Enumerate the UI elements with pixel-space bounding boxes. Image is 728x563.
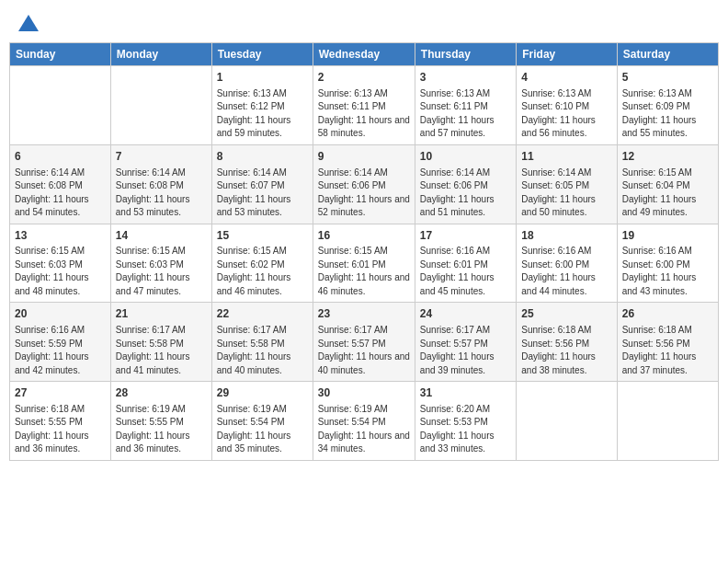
day-info: Sunrise: 6:16 AMSunset: 6:00 PMDaylight:… [622, 245, 713, 298]
calendar-cell [110, 66, 211, 145]
day-number: 29 [217, 385, 308, 401]
day-info: Sunrise: 6:13 AMSunset: 6:12 PMDaylight:… [217, 87, 308, 141]
calendar-cell: 5Sunrise: 6:13 AMSunset: 6:09 PMDaylight… [617, 66, 718, 145]
day-info: Sunrise: 6:15 AMSunset: 6:03 PMDaylight:… [116, 245, 207, 298]
calendar-cell: 30Sunrise: 6:19 AMSunset: 5:54 PMDayligh… [313, 382, 415, 461]
day-info: Sunrise: 6:17 AMSunset: 5:57 PMDaylight:… [420, 324, 511, 377]
day-number: 25 [521, 306, 611, 322]
calendar-cell: 31Sunrise: 6:20 AMSunset: 5:53 PMDayligh… [415, 382, 516, 461]
day-number: 11 [521, 149, 611, 165]
day-number: 15 [217, 228, 308, 244]
calendar-week-4: 20Sunrise: 6:16 AMSunset: 5:59 PMDayligh… [10, 303, 719, 382]
day-number: 2 [318, 70, 410, 86]
day-info: Sunrise: 6:15 AMSunset: 6:02 PMDaylight:… [217, 245, 308, 298]
calendar-cell [617, 382, 718, 461]
calendar-cell: 26Sunrise: 6:18 AMSunset: 5:56 PMDayligh… [617, 303, 718, 382]
calendar-cell: 7Sunrise: 6:14 AMSunset: 6:08 PMDaylight… [110, 144, 211, 224]
day-info: Sunrise: 6:13 AMSunset: 6:09 PMDaylight:… [622, 87, 713, 141]
header-saturday: Saturday [617, 43, 718, 66]
day-info: Sunrise: 6:16 AMSunset: 5:59 PMDaylight:… [15, 324, 106, 377]
calendar-cell: 11Sunrise: 6:14 AMSunset: 6:05 PMDayligh… [517, 144, 617, 224]
day-info: Sunrise: 6:18 AMSunset: 5:56 PMDaylight:… [521, 324, 611, 377]
calendar-table: SundayMondayTuesdayWednesdayThursdayFrid… [9, 42, 719, 461]
calendar-cell: 20Sunrise: 6:16 AMSunset: 5:59 PMDayligh… [10, 303, 111, 382]
day-info: Sunrise: 6:15 AMSunset: 6:03 PMDaylight:… [15, 245, 106, 298]
calendar-body: 1Sunrise: 6:13 AMSunset: 6:12 PMDaylight… [10, 66, 719, 461]
calendar-cell: 12Sunrise: 6:15 AMSunset: 6:04 PMDayligh… [617, 144, 718, 224]
calendar-cell: 3Sunrise: 6:13 AMSunset: 6:11 PMDaylight… [415, 66, 516, 145]
calendar-cell: 21Sunrise: 6:17 AMSunset: 5:58 PMDayligh… [110, 303, 211, 382]
day-number: 1 [217, 70, 308, 86]
header-friday: Friday [517, 43, 617, 66]
day-info: Sunrise: 6:13 AMSunset: 6:10 PMDaylight:… [521, 87, 611, 141]
calendar-cell [10, 66, 111, 145]
day-number: 14 [116, 228, 207, 244]
header-thursday: Thursday [415, 43, 516, 66]
calendar-cell: 4Sunrise: 6:13 AMSunset: 6:10 PMDaylight… [517, 66, 617, 145]
calendar-cell: 8Sunrise: 6:14 AMSunset: 6:07 PMDaylight… [211, 144, 313, 224]
day-number: 8 [217, 149, 308, 165]
day-info: Sunrise: 6:15 AMSunset: 6:04 PMDaylight:… [622, 167, 713, 220]
day-number: 28 [116, 385, 207, 401]
day-number: 19 [622, 228, 713, 244]
day-number: 9 [318, 149, 410, 165]
calendar-cell: 24Sunrise: 6:17 AMSunset: 5:57 PMDayligh… [415, 303, 516, 382]
calendar-cell: 17Sunrise: 6:16 AMSunset: 6:01 PMDayligh… [415, 224, 516, 303]
day-info: Sunrise: 6:16 AMSunset: 6:00 PMDaylight:… [521, 245, 611, 298]
day-info: Sunrise: 6:18 AMSunset: 5:55 PMDaylight:… [15, 403, 106, 456]
calendar-week-5: 27Sunrise: 6:18 AMSunset: 5:55 PMDayligh… [10, 382, 719, 461]
day-number: 7 [116, 149, 207, 165]
calendar-cell: 2Sunrise: 6:13 AMSunset: 6:11 PMDaylight… [313, 66, 415, 145]
day-number: 6 [15, 149, 106, 165]
day-number: 21 [116, 306, 207, 322]
day-number: 10 [420, 149, 511, 165]
calendar-header: SundayMondayTuesdayWednesdayThursdayFrid… [10, 43, 719, 66]
calendar-cell: 14Sunrise: 6:15 AMSunset: 6:03 PMDayligh… [110, 224, 211, 303]
day-info: Sunrise: 6:20 AMSunset: 5:53 PMDaylight:… [420, 403, 511, 456]
day-info: Sunrise: 6:14 AMSunset: 6:08 PMDaylight:… [116, 167, 207, 220]
day-info: Sunrise: 6:17 AMSunset: 5:58 PMDaylight:… [217, 324, 308, 377]
day-number: 31 [420, 385, 511, 401]
day-number: 27 [15, 385, 106, 401]
calendar-cell: 16Sunrise: 6:15 AMSunset: 6:01 PMDayligh… [313, 224, 415, 303]
day-number: 20 [15, 306, 106, 322]
calendar-week-2: 6Sunrise: 6:14 AMSunset: 6:08 PMDaylight… [10, 144, 719, 224]
day-info: Sunrise: 6:13 AMSunset: 6:11 PMDaylight:… [318, 87, 410, 141]
day-number: 13 [15, 228, 106, 244]
calendar-cell: 22Sunrise: 6:17 AMSunset: 5:58 PMDayligh… [211, 303, 313, 382]
calendar-cell: 19Sunrise: 6:16 AMSunset: 6:00 PMDayligh… [617, 224, 718, 303]
day-info: Sunrise: 6:18 AMSunset: 5:56 PMDaylight:… [622, 324, 713, 377]
day-info: Sunrise: 6:14 AMSunset: 6:06 PMDaylight:… [420, 167, 511, 220]
day-number: 22 [217, 306, 308, 322]
day-number: 17 [420, 228, 511, 244]
day-number: 16 [318, 228, 410, 244]
header-wednesday: Wednesday [313, 43, 415, 66]
day-number: 23 [318, 306, 410, 322]
calendar-cell: 25Sunrise: 6:18 AMSunset: 5:56 PMDayligh… [517, 303, 617, 382]
day-info: Sunrise: 6:13 AMSunset: 6:11 PMDaylight:… [420, 87, 511, 141]
day-number: 3 [420, 70, 511, 86]
header-sunday: Sunday [10, 43, 111, 66]
calendar-cell: 6Sunrise: 6:14 AMSunset: 6:08 PMDaylight… [10, 144, 111, 224]
header-tuesday: Tuesday [211, 43, 313, 66]
day-info: Sunrise: 6:17 AMSunset: 5:58 PMDaylight:… [116, 324, 207, 377]
day-number: 4 [521, 70, 611, 86]
logo [17, 15, 39, 35]
calendar-week-3: 13Sunrise: 6:15 AMSunset: 6:03 PMDayligh… [10, 224, 719, 303]
day-info: Sunrise: 6:15 AMSunset: 6:01 PMDaylight:… [318, 245, 410, 298]
calendar-cell [517, 382, 617, 461]
calendar-cell: 15Sunrise: 6:15 AMSunset: 6:02 PMDayligh… [211, 224, 313, 303]
calendar-cell: 10Sunrise: 6:14 AMSunset: 6:06 PMDayligh… [415, 144, 516, 224]
day-number: 24 [420, 306, 511, 322]
svg-marker-0 [18, 15, 39, 31]
page-header [9, 9, 719, 37]
calendar-cell: 13Sunrise: 6:15 AMSunset: 6:03 PMDayligh… [10, 224, 111, 303]
day-info: Sunrise: 6:16 AMSunset: 6:01 PMDaylight:… [420, 245, 511, 298]
day-number: 30 [318, 385, 410, 401]
calendar-cell: 28Sunrise: 6:19 AMSunset: 5:55 PMDayligh… [110, 382, 211, 461]
day-info: Sunrise: 6:17 AMSunset: 5:57 PMDaylight:… [318, 324, 410, 377]
day-number: 12 [622, 149, 713, 165]
day-number: 26 [622, 306, 713, 322]
logo-triangle-icon [18, 15, 39, 31]
day-number: 5 [622, 70, 713, 86]
